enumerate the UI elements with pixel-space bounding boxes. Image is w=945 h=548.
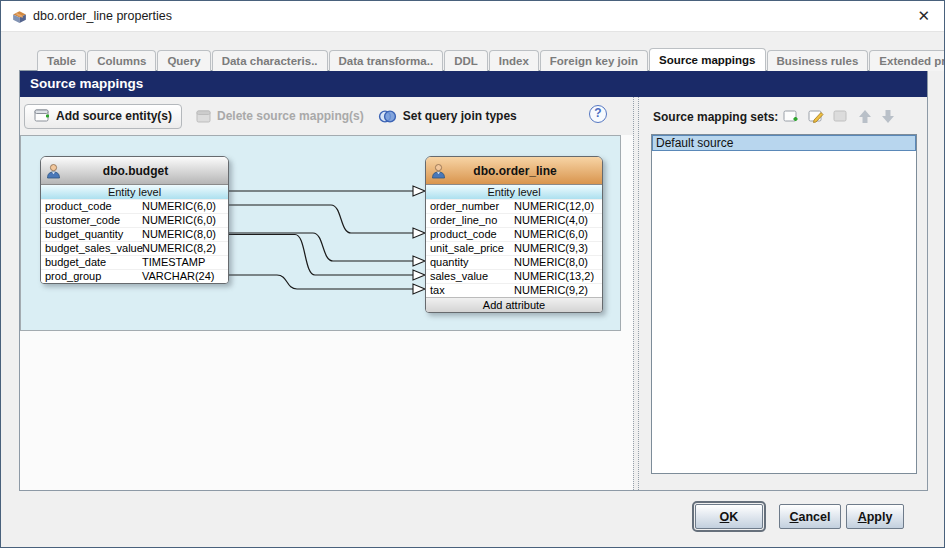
mapping-arrowhead <box>413 270 425 280</box>
attribute-type: NUMERIC(13,2) <box>514 270 594 283</box>
set-query-join-types-button[interactable]: Set query join types <box>378 104 517 129</box>
entity-header[interactable]: dbo.budget <box>41 157 228 185</box>
move-up-icon[interactable] <box>858 109 872 124</box>
attribute-name: unit_sale_price <box>426 242 514 255</box>
attribute-row[interactable]: budget_quantityNUMERIC(8,0) <box>41 227 228 241</box>
delete-source-mapping-label: Delete source mapping(s) <box>217 109 364 123</box>
attribute-row[interactable]: prod_groupVARCHAR(24) <box>41 269 228 283</box>
edit-set-icon[interactable] <box>808 109 824 124</box>
tab-ddl[interactable]: DDL <box>444 50 488 71</box>
tab-data-transforma[interactable]: Data transforma.. <box>329 50 444 71</box>
tab-index[interactable]: Index <box>489 50 539 71</box>
delete-mapping-icon <box>196 110 211 123</box>
tab-business-rules[interactable]: Business rules <box>767 50 869 71</box>
attribute-type: VARCHAR(24) <box>142 270 215 283</box>
mapping-line-prod_group-to-tax[interactable] <box>229 275 413 289</box>
attribute-type: NUMERIC(6,0) <box>514 228 588 241</box>
attribute-name: budget_sales_value <box>41 242 142 255</box>
join-types-icon <box>378 109 397 124</box>
attribute-row[interactable]: budget_sales_valueNUMERIC(8,2) <box>41 241 228 255</box>
entity-title: dbo.order_line <box>446 164 602 178</box>
mapping-toolbar: Add source entity(s) Delete source mappi… <box>20 97 633 135</box>
attribute-name: budget_date <box>41 256 142 269</box>
attribute-type: NUMERIC(6,0) <box>142 214 216 227</box>
tab-query[interactable]: Query <box>157 50 210 71</box>
attribute-row[interactable]: product_codeNUMERIC(6,0) <box>41 199 228 213</box>
attribute-name: product_code <box>426 228 514 241</box>
attribute-name: product_code <box>41 200 142 213</box>
add-source-entity-button[interactable]: Add source entity(s) <box>24 104 182 129</box>
attribute-row[interactable]: sales_valueNUMERIC(13,2) <box>426 269 602 283</box>
attribute-name: quantity <box>426 256 514 269</box>
entity-budget[interactable]: dbo.budgetEntity levelproduct_codeNUMERI… <box>40 156 229 284</box>
attribute-type: NUMERIC(8,0) <box>514 256 588 269</box>
attribute-type: NUMERIC(8,2) <box>142 242 216 255</box>
attribute-name: sales_value <box>426 270 514 283</box>
attribute-name: prod_group <box>41 270 142 283</box>
app-icon <box>11 8 28 25</box>
tab-columns[interactable]: Columns <box>87 50 156 71</box>
tab-foreign-key-join[interactable]: Foreign key join <box>540 50 648 71</box>
set-query-join-types-label: Set query join types <box>403 109 517 123</box>
add-set-icon[interactable] <box>783 109 799 124</box>
source-mapping-sets-list[interactable]: Default source <box>651 134 917 474</box>
attribute-name: tax <box>426 284 514 297</box>
tab-data-characteris[interactable]: Data characteris.. <box>212 50 328 71</box>
ok-button[interactable]: OK <box>695 504 763 529</box>
attribute-row[interactable]: budget_dateTIMESTAMP <box>41 255 228 269</box>
help-icon[interactable]: ? <box>589 105 607 123</box>
attribute-name: order_number <box>426 200 514 213</box>
tab-extended-proper[interactable]: Extended proper.. <box>869 50 945 71</box>
tab-strip: TableColumnsQueryData characteris..Data … <box>37 48 945 71</box>
move-down-icon[interactable] <box>881 109 895 124</box>
title-bar: dbo.order_line properties ✕ <box>1 1 944 32</box>
mapping-line-budget_quantity-to-quantity[interactable] <box>229 233 413 261</box>
mapping-line-product_code-to-product_code[interactable] <box>229 205 413 233</box>
person-icon <box>46 163 61 179</box>
tab-table[interactable]: Table <box>37 50 86 71</box>
add-source-entity-label: Add source entity(s) <box>56 109 172 123</box>
delete-source-mapping-button[interactable]: Delete source mapping(s) <box>196 104 364 129</box>
attribute-type: NUMERIC(8,0) <box>142 228 216 241</box>
properties-dialog: dbo.order_line properties ✕ TableColumns… <box>0 0 945 548</box>
source-mapping-sets-toolbar <box>783 109 895 124</box>
person-icon <box>431 163 446 179</box>
add-attribute-button[interactable]: Add attribute <box>426 297 602 312</box>
mapping-canvas: dbo.budgetEntity levelproduct_codeNUMERI… <box>20 135 621 331</box>
entity-order_line[interactable]: dbo.order_lineEntity levelorder_numberNU… <box>425 156 603 313</box>
attribute-type: NUMERIC(4,0) <box>514 214 588 227</box>
attribute-type: NUMERIC(6,0) <box>142 200 216 213</box>
delete-set-icon[interactable] <box>833 109 849 124</box>
attribute-name: budget_quantity <box>41 228 142 241</box>
attribute-row[interactable]: order_numberNUMERIC(12,0) <box>426 199 602 213</box>
entity-level-row[interactable]: Entity level <box>41 185 228 199</box>
attribute-name: customer_code <box>41 214 142 227</box>
attribute-type: NUMERIC(9,2) <box>514 284 588 297</box>
attribute-row[interactable]: order_line_noNUMERIC(4,0) <box>426 213 602 227</box>
attribute-type: NUMERIC(9,3) <box>514 242 588 255</box>
entity-header[interactable]: dbo.order_line <box>426 157 602 185</box>
mapping-arrowhead <box>413 228 425 238</box>
apply-button[interactable]: Apply <box>846 504 904 529</box>
mapping-arrowhead <box>413 186 425 196</box>
mapping-arrowhead <box>413 284 425 294</box>
source-mapping-sets-label: Source mapping sets: <box>653 110 778 124</box>
mapping-set-item[interactable]: Default source <box>652 135 916 151</box>
section-header: Source mappings <box>20 71 927 97</box>
close-icon[interactable]: ✕ <box>917 7 930 25</box>
entity-title: dbo.budget <box>61 164 228 178</box>
entity-level-row[interactable]: Entity level <box>426 185 602 199</box>
window-title: dbo.order_line properties <box>33 9 172 23</box>
attribute-row[interactable]: quantityNUMERIC(8,0) <box>426 255 602 269</box>
attribute-row[interactable]: taxNUMERIC(9,2) <box>426 283 602 297</box>
attribute-type: NUMERIC(12,0) <box>514 200 594 213</box>
add-entity-icon <box>34 109 51 124</box>
source-mapping-sets-panel: Source mapping sets: Default source <box>639 97 927 490</box>
tab-source-mappings[interactable]: Source mappings <box>649 48 766 71</box>
cancel-button[interactable]: Cancel <box>779 504 841 529</box>
mapping-arrowhead <box>413 256 425 266</box>
attribute-row[interactable]: product_codeNUMERIC(6,0) <box>426 227 602 241</box>
attribute-type: TIMESTAMP <box>142 256 205 269</box>
attribute-row[interactable]: unit_sale_priceNUMERIC(9,3) <box>426 241 602 255</box>
attribute-row[interactable]: customer_codeNUMERIC(6,0) <box>41 213 228 227</box>
